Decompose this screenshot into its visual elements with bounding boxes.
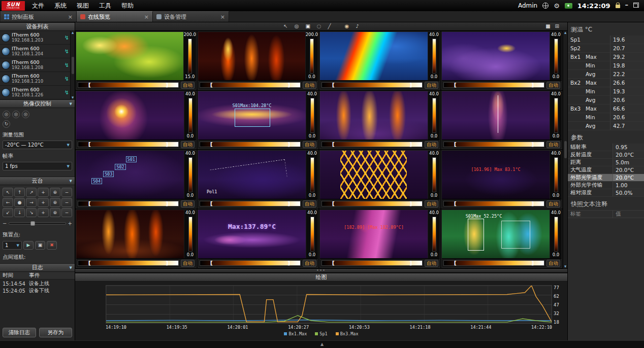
target-icon[interactable]: ◎ bbox=[295, 24, 299, 29]
range-bracket-left[interactable]: [ bbox=[454, 259, 457, 267]
colorbar[interactable]: [] bbox=[200, 260, 301, 266]
video-cell[interactable]: Max:137.89°C40.00.0[]自动 bbox=[198, 210, 318, 268]
log-row[interactable]: 15:14:54设备上线 bbox=[3, 280, 72, 287]
range-bracket-right[interactable]: ] bbox=[287, 141, 290, 148]
ptz-button[interactable]: ↙ bbox=[3, 208, 13, 217]
video-cell[interactable]: 200.00.0[]自动 bbox=[198, 31, 318, 90]
range-bracket-right[interactable]: ] bbox=[531, 200, 534, 207]
ptz-button[interactable]: − bbox=[61, 208, 72, 217]
ellipse-icon[interactable]: ○ bbox=[317, 24, 321, 29]
ptz-button[interactable]: ⊕ bbox=[50, 188, 60, 197]
tab-close-icon[interactable]: × bbox=[68, 14, 73, 20]
connect-lightning-icon[interactable]: ↯ bbox=[65, 34, 69, 41]
auto-button[interactable]: 自动 bbox=[425, 200, 438, 207]
range-bracket-left[interactable]: [ bbox=[332, 141, 335, 148]
video-cell[interactable]: S01Max:104.28°C40.00.0[]自动 bbox=[198, 91, 318, 149]
line-icon[interactable]: ╱ bbox=[328, 24, 331, 29]
device-list-scrollbar[interactable]: ▲ ▼ bbox=[70, 31, 75, 99]
range-select[interactable]: -20°C — 120°C ▼ bbox=[3, 141, 72, 149]
param-row[interactable]: 反射温度20.0°C bbox=[568, 151, 644, 159]
range-bracket-right[interactable]: ] bbox=[409, 81, 412, 89]
log-row[interactable]: 15:24:05设备下线 bbox=[3, 287, 72, 294]
preset-delete-button[interactable]: ✖ bbox=[47, 241, 57, 250]
slider-track[interactable] bbox=[9, 222, 66, 225]
camera-control-header[interactable]: 热像仪控制 ▼ bbox=[0, 99, 75, 108]
device-list-item[interactable]: ITherm 600192.168.1.210↯ bbox=[0, 72, 70, 86]
param-row[interactable]: 距离5.0m bbox=[568, 159, 644, 166]
range-bracket-left[interactable]: [ bbox=[88, 259, 91, 267]
ptz-button[interactable]: + bbox=[38, 188, 48, 197]
ptz-button[interactable]: ⊕ bbox=[50, 198, 60, 207]
slider-plus[interactable]: + bbox=[68, 221, 72, 226]
menu-item[interactable]: 系统 bbox=[54, 2, 67, 10]
range-bracket-right[interactable]: ] bbox=[409, 200, 412, 207]
grid-scrollbar[interactable]: ▲ ▼ bbox=[563, 31, 567, 268]
minimize-button[interactable]: – bbox=[625, 2, 629, 8]
colorbar[interactable]: [] bbox=[78, 142, 179, 147]
menu-item[interactable]: 工具 bbox=[99, 2, 111, 10]
colorbar[interactable]: [] bbox=[321, 142, 423, 147]
range-bracket-right[interactable]: ] bbox=[166, 200, 168, 207]
range-bracket-left[interactable]: [ bbox=[210, 259, 213, 267]
tab-control-panel[interactable]: 控制面板 × bbox=[1, 11, 77, 22]
auto-button[interactable]: 自动 bbox=[181, 141, 195, 148]
chevron-down-icon[interactable]: ▼ bbox=[70, 102, 72, 106]
video-cell[interactable]: 40.00.0[]自动 bbox=[319, 91, 440, 149]
range-bracket-right[interactable]: ] bbox=[166, 141, 168, 148]
range-bracket-right[interactable]: ] bbox=[531, 81, 534, 89]
preset-edit-button[interactable]: ▣ bbox=[35, 241, 45, 250]
colorbar[interactable]: [] bbox=[78, 82, 179, 88]
ptz-button[interactable]: + bbox=[38, 198, 48, 207]
range-bracket-left[interactable]: [ bbox=[332, 200, 335, 207]
range-bracket-left[interactable]: [ bbox=[210, 200, 213, 207]
colorbar[interactable]: [] bbox=[321, 82, 423, 88]
trend-chart[interactable] bbox=[106, 285, 552, 324]
colorbar[interactable]: [] bbox=[443, 260, 544, 266]
ptz-button[interactable]: − bbox=[61, 188, 72, 197]
scroll-thumb[interactable] bbox=[72, 57, 74, 74]
colorbar[interactable]: [] bbox=[200, 142, 301, 147]
colorbar[interactable]: [] bbox=[443, 142, 544, 147]
colorbar[interactable]: [] bbox=[321, 260, 423, 266]
range-bracket-left[interactable]: [ bbox=[332, 81, 335, 89]
chevron-down-icon[interactable]: ▼ bbox=[70, 266, 72, 270]
ptz-button[interactable]: ↑ bbox=[14, 188, 25, 197]
menu-item[interactable]: 帮助 bbox=[121, 2, 134, 10]
auto-button[interactable]: 自动 bbox=[425, 82, 438, 89]
ptz-button[interactable]: ↓ bbox=[14, 208, 25, 217]
scroll-up-icon[interactable]: ▲ bbox=[72, 31, 74, 34]
audio-icon[interactable]: ♪ bbox=[356, 24, 359, 29]
cursor-icon[interactable]: ↖ bbox=[283, 24, 287, 29]
auto-button[interactable]: 自动 bbox=[181, 82, 195, 89]
log-header[interactable]: 日志 ▼ bbox=[0, 263, 75, 272]
clear-log-button[interactable]: 清除日志 bbox=[3, 328, 36, 337]
connect-lightning-icon[interactable]: ↯ bbox=[65, 48, 69, 55]
auto-button[interactable]: 自动 bbox=[546, 82, 560, 89]
range-bracket-right[interactable]: ] bbox=[531, 259, 534, 267]
range-bracket-left[interactable]: [ bbox=[454, 200, 457, 207]
chevron-down-icon[interactable]: ▼ bbox=[70, 179, 72, 183]
video-cell[interactable]: 40.00.0[]自动 bbox=[76, 91, 197, 149]
ptz-button[interactable]: ↗ bbox=[26, 188, 37, 197]
auto-button[interactable]: 自动 bbox=[425, 260, 438, 267]
video-cell[interactable]: [161.96] Max 83.1°C40.00.0[]自动 bbox=[441, 150, 562, 208]
range-bracket-left[interactable]: [ bbox=[454, 141, 457, 148]
auto-button[interactable]: 自动 bbox=[303, 82, 316, 89]
menu-item[interactable]: 文件 bbox=[32, 2, 44, 10]
range-bracket-right[interactable]: ] bbox=[287, 200, 290, 207]
colorbar[interactable]: [] bbox=[443, 201, 544, 206]
auto-button[interactable]: 自动 bbox=[303, 200, 316, 207]
fps-select[interactable]: 1 fps ▼ bbox=[3, 162, 72, 170]
refresh-button[interactable]: ↻ bbox=[3, 120, 10, 128]
param-row[interactable]: 外部光学传输1.00 bbox=[568, 182, 644, 189]
range-bracket-left[interactable]: [ bbox=[332, 259, 335, 267]
device-list-item[interactable]: ITherm 600192.168.1.208↯ bbox=[0, 58, 70, 72]
param-row[interactable]: 相对湿度50.0% bbox=[568, 189, 644, 197]
language-globe-icon[interactable] bbox=[542, 3, 549, 9]
scroll-thumb[interactable] bbox=[564, 141, 567, 158]
tab-close-icon[interactable]: × bbox=[220, 14, 225, 20]
auto-button[interactable]: 自动 bbox=[181, 200, 195, 207]
ptz-button[interactable]: ● bbox=[14, 198, 25, 207]
video-cell[interactable]: [182.89] [Max 182.89°C]40.00.0[]自动 bbox=[319, 210, 440, 268]
menu-item[interactable]: 视图 bbox=[77, 2, 89, 10]
